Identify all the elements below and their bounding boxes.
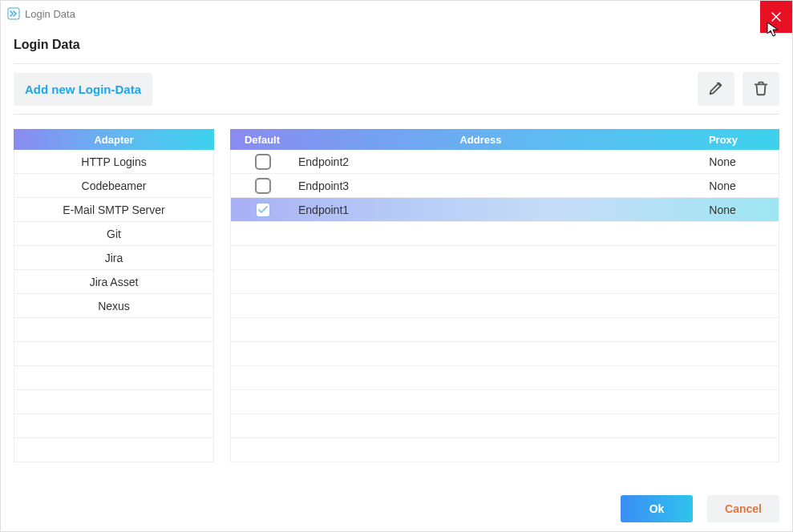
entry-row[interactable]: Endpoint1None: [231, 198, 779, 222]
adapter-empty-row: [14, 390, 213, 414]
entry-row[interactable]: Endpoint3None: [231, 174, 779, 198]
add-login-data-button[interactable]: Add new Login-Data: [14, 73, 152, 106]
adapter-item[interactable]: Jira: [14, 246, 213, 270]
adapter-item[interactable]: Jira Asset: [14, 270, 213, 294]
entry-empty-row: [231, 222, 779, 246]
svg-rect-0: [8, 8, 19, 19]
entry-empty-row: [231, 294, 779, 318]
entry-proxy: None: [666, 155, 779, 168]
col-header-address: Address: [294, 134, 667, 146]
adapter-empty-row: [14, 318, 213, 342]
col-header-default: Default: [230, 134, 294, 146]
entry-proxy: None: [666, 204, 779, 216]
default-checkbox[interactable]: [255, 202, 271, 218]
default-checkbox[interactable]: [255, 178, 271, 194]
ok-button[interactable]: Ok: [621, 495, 693, 522]
adapter-item-label: Jira Asset: [90, 276, 139, 288]
adapter-item-label: Nexus: [98, 300, 130, 312]
titlebar: Login Data: [1, 1, 792, 26]
adapter-header: Adapter: [14, 129, 214, 150]
entry-empty-row: [231, 366, 779, 390]
trash-icon: [752, 79, 770, 99]
entry-proxy: None: [666, 179, 779, 192]
entry-address: Endpoint2: [295, 155, 666, 168]
adapter-item[interactable]: HTTP Logins: [14, 150, 213, 174]
entry-empty-row: [231, 414, 779, 438]
adapter-item[interactable]: E-Mail SMTP Server: [14, 198, 213, 222]
entry-empty-row: [231, 318, 779, 342]
adapter-item-label: E-Mail SMTP Server: [63, 204, 164, 216]
adapter-item-label: Git: [107, 228, 121, 240]
adapter-empty-row: [14, 414, 213, 438]
entries-table: Default Address Proxy Endpoint2NoneEndpo…: [230, 129, 779, 474]
page-title: Login Data: [14, 38, 779, 52]
adapter-item[interactable]: Git: [14, 222, 213, 246]
delete-button[interactable]: [742, 72, 779, 106]
adapter-empty-row: [14, 342, 213, 366]
window-close-button[interactable]: [760, 1, 792, 33]
login-data-dialog: Login Data Login Data Add new Login-Data: [0, 0, 793, 532]
app-icon: [7, 7, 20, 20]
adapter-item-label: Codebeamer: [82, 179, 147, 192]
adapter-item[interactable]: Codebeamer: [14, 174, 213, 198]
cancel-button[interactable]: Cancel: [707, 495, 779, 522]
entry-empty-row: [231, 246, 779, 270]
entry-empty-row: [231, 390, 779, 414]
entry-empty-row: [231, 270, 779, 294]
entry-address: Endpoint3: [295, 179, 666, 192]
adapter-item[interactable]: Nexus: [14, 294, 213, 318]
adapter-item-label: Jira: [105, 252, 123, 264]
entry-empty-row: [231, 438, 779, 462]
pencil-icon: [707, 79, 725, 99]
dialog-footer: Ok Cancel: [1, 486, 792, 531]
window-title: Login Data: [25, 8, 75, 20]
col-header-proxy: Proxy: [667, 134, 779, 146]
entries-header: Default Address Proxy: [230, 129, 779, 150]
entry-row[interactable]: Endpoint2None: [231, 150, 779, 174]
entry-address: Endpoint1: [295, 204, 666, 216]
adapter-empty-row: [14, 366, 213, 390]
adapter-item-label: HTTP Logins: [81, 155, 146, 168]
edit-button[interactable]: [698, 72, 734, 106]
toolbar: Add new Login-Data: [14, 63, 779, 115]
entry-empty-row: [231, 342, 779, 366]
adapter-empty-row: [14, 438, 213, 462]
adapter-list: Adapter HTTP LoginsCodebeamerE-Mail SMTP…: [14, 129, 214, 474]
default-checkbox[interactable]: [255, 154, 271, 170]
